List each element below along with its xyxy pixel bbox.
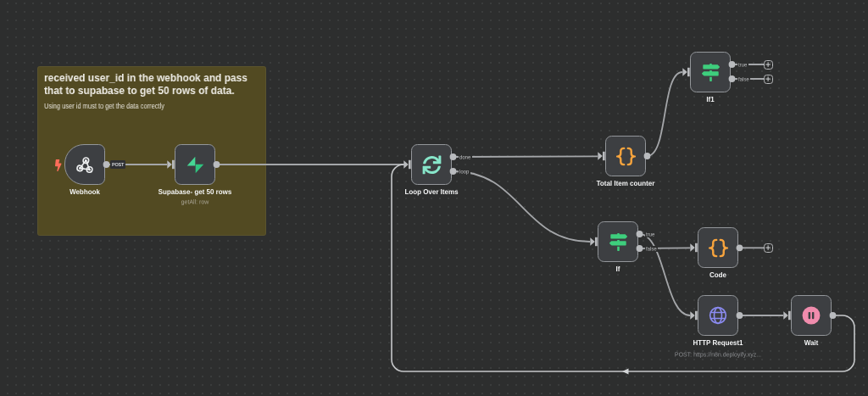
node-code[interactable] [698,227,738,268]
add-node-button-if1-true[interactable] [764,60,773,70]
plus-icon [765,76,771,81]
plus-icon [765,245,771,250]
connection-loop-done-to-counter[interactable] [453,156,598,157]
node-wait[interactable] [791,295,832,336]
sticky-note-title: received user_id in the webhook and pass… [44,72,251,97]
node-total-item-counter-label: Total Item counter [532,180,719,187]
input-port-http[interactable] [690,311,697,320]
add-node-button-if1-false[interactable] [764,75,773,84]
add-node-button-code[interactable] [764,243,773,253]
node-if1[interactable] [690,52,731,92]
input-port-code[interactable] [690,243,697,252]
node-webhook[interactable] [64,144,105,185]
input-port-wait[interactable] [783,311,790,320]
pause-icon [802,306,821,325]
code-braces-icon [709,238,728,258]
node-total-item-counter[interactable] [605,136,646,176]
node-supabase[interactable] [175,144,215,185]
port-label-loop: loop [459,169,470,175]
node-loop-over-items-label: Loop Over Items [338,188,525,196]
input-port-loop[interactable] [403,160,410,169]
node-if[interactable] [598,221,638,262]
input-port-counter[interactable] [598,152,604,160]
connection-counter-to-if1[interactable] [648,72,683,156]
input-port-if[interactable] [590,237,597,246]
node-http-request1-sublabel: POST: https://n8n.deployify.xyz... [625,351,811,358]
node-if1-label: If1 [617,96,804,103]
signpost-icon [702,64,720,81]
port-label-if1-false: false [737,76,750,82]
node-wait-label: Wait [718,339,868,347]
port-label-done: done [459,154,471,160]
port-label-if1-true: true [737,62,748,68]
node-supabase-label: Supabase- get 50 rows [102,188,288,196]
port-label-post: POST [110,160,125,169]
workflow-canvas[interactable]: received user_id in the webhook and pass… [0,0,868,396]
bolt-icon [55,159,62,172]
loopback-arrowhead [622,369,629,375]
port-label-if-false: false [645,246,658,252]
node-code-label: Code [625,271,811,279]
code-braces-icon [616,147,636,166]
node-loop-over-items[interactable] [411,144,452,185]
webhook-icon [76,156,94,174]
sticky-note-body: Using user id must to get the data corre… [44,102,164,110]
signpost-icon [609,233,627,251]
loop-icon [422,155,442,175]
plus-icon [765,62,771,67]
supabase-icon [186,156,204,174]
node-http-request1[interactable] [698,295,738,336]
node-supabase-sublabel: getAll: row [102,198,288,205]
port-label-if-true: true [645,231,655,237]
globe-icon [709,306,727,325]
input-port-if1[interactable] [682,68,689,76]
